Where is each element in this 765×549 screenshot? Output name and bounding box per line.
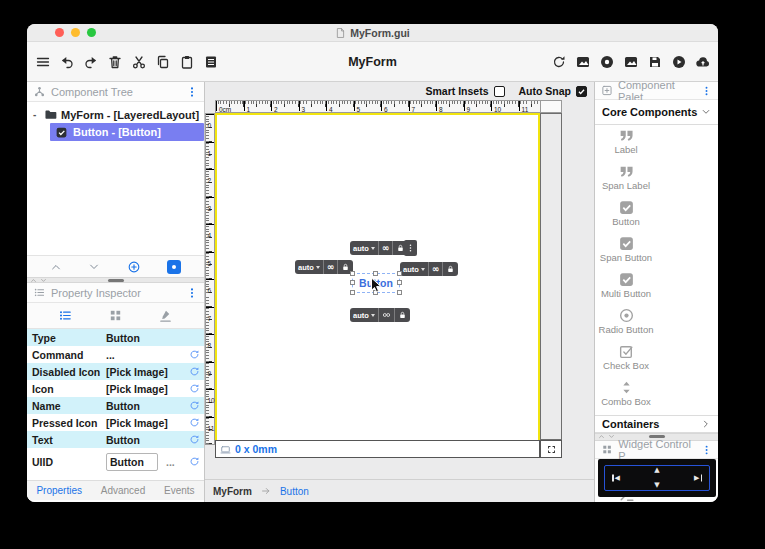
palette-item-radio-button[interactable]: Radio Button [595,305,657,341]
tab-list-view[interactable] [58,308,73,323]
breadcrumb-item-myform[interactable]: MyForm [213,486,252,497]
property-row-command[interactable]: Command... [27,346,204,363]
inset-left-auto-dropdown[interactable]: auto [295,260,323,274]
tab-style-view[interactable] [158,308,173,323]
inset-pill-right[interactable]: auto ∞ [400,262,458,276]
reset-property-icon[interactable] [189,417,200,428]
inset-right-infinity-button[interactable]: ∞ [428,262,443,276]
property-value[interactable]: ... [106,349,189,361]
skip-end-button[interactable]: ▶ [694,475,702,482]
auto-snap-option[interactable]: Auto Snap [519,85,588,97]
palette-item-label[interactable]: Label [595,125,657,161]
property-row-name[interactable]: NameButton [27,397,204,414]
property-value[interactable]: [Pick Image] [106,383,189,395]
move-up-button[interactable] [50,261,62,273]
chevron-right-icon [701,419,711,429]
palette-item-check-box[interactable]: Check Box [595,341,657,377]
play-button[interactable] [671,54,687,70]
expand-canvas-button[interactable] [540,440,562,458]
tab-grid-view[interactable] [108,308,123,323]
palette-item-span-label[interactable]: Span Label [595,161,657,197]
property-value[interactable]: [Pick Image] [106,366,189,378]
tree-node-myform[interactable]: - MyForm - [LayeredLayout] [27,106,204,123]
resize-handle[interactable] [350,290,355,295]
auto-snap-checkbox[interactable] [576,86,587,97]
property-row-icon[interactable]: Icon[Pick Image] [27,380,204,397]
reset-property-icon[interactable] [189,366,200,377]
tab-events[interactable]: Events [164,485,195,496]
form-design-surface[interactable]: auto ∞ auto ∞ auto ∞ [215,113,540,445]
property-value[interactable]: [Pick Image] [106,417,189,429]
up-button[interactable]: ▲ [654,467,659,474]
component-options-kebab-button[interactable] [404,240,417,256]
inset-right-lock-button[interactable] [442,262,458,276]
uiid-input[interactable] [106,453,158,471]
skip-start-button[interactable]: ◀ [612,475,620,482]
breadcrumb-item-button[interactable]: Button [280,486,309,497]
tab-advanced[interactable]: Advanced [101,485,145,496]
inset-bottom-link-button[interactable] [378,308,394,322]
locate-component-button[interactable] [167,260,181,274]
save-button[interactable] [647,54,663,70]
uiid-more-button[interactable]: ... [166,456,175,468]
inset-bottom-lock-button[interactable] [394,308,410,322]
property-value[interactable]: Button [106,434,189,446]
section-core-components[interactable]: Core Components [595,100,718,125]
property-row-text[interactable]: TextButton [27,431,204,448]
tree-menu-kebab-icon[interactable] [186,85,198,99]
property-row-uiid[interactable]: UIID... [27,448,204,475]
resize-handle[interactable] [373,271,378,276]
resize-handle[interactable] [397,280,402,285]
chevron-down-icon[interactable] [608,433,615,440]
move-down-button[interactable] [88,261,100,273]
property-value[interactable]: Button [106,332,200,344]
inset-pill-bottom[interactable]: auto [350,308,410,322]
smart-insets-checkbox[interactable] [494,86,505,97]
collapse-toggle[interactable]: - [33,109,40,120]
breadcrumb: MyFormButton [205,479,594,502]
reset-property-icon[interactable] [189,434,200,445]
tree-node-button[interactable]: Button - [Button] [50,123,204,141]
refresh-button[interactable] [551,54,567,70]
toolbar: MyForm [27,42,718,82]
expand-icon [546,444,557,455]
resize-handle[interactable] [397,271,402,276]
section-containers[interactable]: Containers [595,415,718,433]
inset-pill-left[interactable]: auto ∞ [295,260,353,274]
inset-left-infinity-button[interactable]: ∞ [323,260,338,274]
resize-handle[interactable] [397,290,402,295]
property-row-pressed-icon[interactable]: Pressed Icon[Pick Image] [27,414,204,431]
reset-property-icon[interactable] [189,400,200,411]
inset-bottom-auto-dropdown[interactable]: auto [350,308,378,322]
splitter-grip[interactable] [108,279,124,282]
down-button[interactable]: ▼ [654,482,659,489]
resize-handle[interactable] [350,280,355,285]
inset-top-infinity-button[interactable]: ∞ [378,241,393,255]
smart-insets-option[interactable]: Smart Insets [425,85,504,97]
reset-property-icon[interactable] [189,383,200,394]
palette-item-button[interactable]: Button [595,197,657,233]
widget-menu-kebab-icon[interactable] [701,443,712,457]
palette-item-multi-button[interactable]: Multi Button [595,269,657,305]
palette-menu-kebab-icon[interactable] [701,84,712,98]
reset-property-icon[interactable] [189,456,200,467]
property-row-type[interactable]: TypeButton [27,329,204,346]
inset-top-auto-dropdown[interactable]: auto [350,241,378,255]
reset-property-icon[interactable] [189,349,200,360]
chevron-up-icon[interactable] [598,433,605,440]
inset-pill-top[interactable]: auto ∞ [350,241,408,255]
inset-right-auto-dropdown[interactable]: auto [400,262,428,276]
record-button[interactable] [599,54,615,70]
image-button-2[interactable] [623,54,639,70]
property-menu-kebab-icon[interactable] [186,286,198,300]
palette-item-combo-box[interactable]: Combo Box [595,377,657,413]
cloud-upload-button[interactable] [695,54,711,70]
image-button[interactable] [575,54,591,70]
resize-handle[interactable] [350,271,355,276]
property-value[interactable]: Button [106,400,189,412]
property-row-disabled-icon[interactable]: Disabled Icon[Pick Image] [27,363,204,380]
canvas-vertical-scrollbar[interactable] [540,113,562,440]
palette-item-span-button[interactable]: Span Button [595,233,657,269]
tab-properties[interactable]: Properties [36,485,82,496]
add-component-button[interactable] [127,260,141,274]
